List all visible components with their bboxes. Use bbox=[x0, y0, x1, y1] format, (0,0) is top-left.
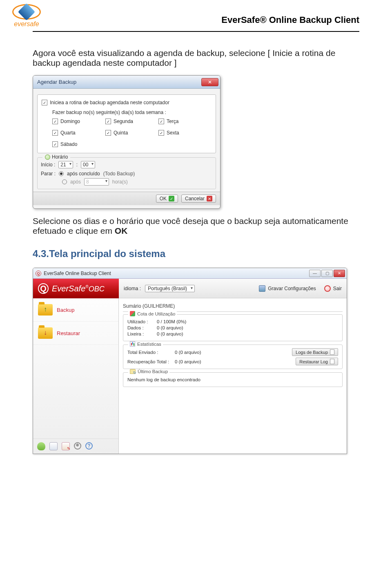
last-backup-group: Último Backup Nenhum log de backup encon… bbox=[123, 372, 343, 387]
document-title: EverSafe® Online Backup Client bbox=[221, 15, 359, 25]
day-terca[interactable]: Terça bbox=[158, 119, 212, 124]
logo-text: eversafe bbox=[14, 20, 39, 28]
checkbox-icon[interactable] bbox=[158, 130, 164, 136]
app-icon: Q bbox=[36, 271, 41, 276]
sidebar-item-restore[interactable]: Restaurar bbox=[33, 322, 118, 345]
day-quarta[interactable]: Quarta bbox=[52, 130, 105, 136]
hour-select[interactable]: 21 bbox=[58, 161, 73, 168]
save-config-button[interactable]: Gravar Configurações bbox=[259, 285, 316, 292]
day-sexta[interactable]: Sexta bbox=[158, 130, 212, 136]
schedule-backup-dialog: Agendar Backup ✕ Iniciea a rotina de bac… bbox=[33, 75, 220, 209]
weekly-label: Fazer backup no(s) seguinte(s) dia(s) to… bbox=[52, 110, 212, 115]
hours-select[interactable]: 8 bbox=[84, 178, 109, 186]
checkbox-icon[interactable] bbox=[105, 130, 111, 136]
header-rule bbox=[33, 31, 359, 32]
window-close-button[interactable]: ✕ bbox=[334, 270, 345, 277]
day-sabado[interactable]: Sábado bbox=[52, 141, 105, 147]
main-app-window: Q EverSafe Online Backup Client — ▢ ✕ Q … bbox=[33, 268, 347, 454]
stats-icon bbox=[130, 341, 135, 347]
enable-schedule-row[interactable]: Iniciea a rotina de backup agendada nest… bbox=[42, 100, 212, 105]
cancel-icon: ✕ bbox=[207, 196, 212, 201]
day-domingo[interactable]: Domingo bbox=[52, 119, 105, 124]
maximize-button[interactable]: ▢ bbox=[321, 270, 333, 277]
save-icon bbox=[259, 285, 265, 292]
checkbox-icon[interactable] bbox=[158, 119, 164, 124]
user-icon[interactable] bbox=[37, 442, 45, 450]
doc-icon bbox=[330, 359, 334, 364]
enable-schedule-label: Iniciea a rotina de backup agendada nest… bbox=[50, 100, 169, 105]
minimize-button[interactable]: — bbox=[309, 270, 321, 277]
sidebar-item-backup[interactable]: Backup bbox=[33, 298, 118, 322]
exit-button[interactable]: Sair bbox=[324, 285, 342, 292]
day-quinta[interactable]: Quinta bbox=[105, 130, 158, 136]
brand-logo: eversafe bbox=[12, 4, 41, 28]
check-icon: ✓ bbox=[169, 196, 174, 201]
doc-icon bbox=[330, 349, 334, 355]
instruction-2: Selecione os dias e o horário que você d… bbox=[33, 216, 359, 236]
help-icon[interactable]: ? bbox=[85, 442, 93, 450]
checkbox-icon[interactable] bbox=[52, 141, 58, 147]
close-button[interactable]: ✕ bbox=[201, 78, 218, 86]
enable-schedule-checkbox[interactable] bbox=[42, 100, 47, 105]
sidebar-footer: ? bbox=[33, 439, 118, 454]
restore-icon bbox=[38, 327, 53, 339]
doc-icon[interactable] bbox=[49, 442, 58, 450]
brand-q-icon: Q bbox=[38, 283, 49, 294]
day-segunda[interactable]: Segunda bbox=[105, 119, 158, 124]
time-legend: Horário bbox=[42, 154, 70, 160]
stop-after-complete-radio[interactable] bbox=[59, 171, 64, 176]
checkbox-icon[interactable] bbox=[52, 119, 58, 124]
last-backup-icon bbox=[130, 369, 136, 374]
section-title: 4.3.Tela principal do sistema bbox=[33, 248, 359, 260]
language-label: idioma : bbox=[124, 286, 141, 291]
app-titlebar[interactable]: Q EverSafe Online Backup Client — ▢ ✕ bbox=[33, 268, 347, 279]
start-label: Início : bbox=[41, 162, 55, 168]
language-select[interactable]: Português (Brasil) bbox=[145, 285, 195, 292]
time-fieldset: Horário Início : 21 : 00 Parar : após co… bbox=[37, 157, 216, 189]
gear-icon[interactable] bbox=[74, 442, 81, 450]
summary-header: Sumário (GUILHERME) bbox=[123, 302, 343, 312]
backup-logs-button[interactable]: Logs de Backup bbox=[292, 348, 338, 356]
minute-select[interactable]: 00 bbox=[81, 161, 95, 168]
clock-icon bbox=[45, 154, 50, 160]
ok-button[interactable]: OK ✓ bbox=[156, 195, 178, 203]
dialog-titlebar[interactable]: Agendar Backup ✕ bbox=[33, 76, 220, 89]
sidebar: Backup Restaurar ? bbox=[33, 298, 119, 454]
restore-log-button[interactable]: Restaurar Log bbox=[296, 358, 338, 365]
edit-doc-icon[interactable] bbox=[62, 442, 70, 450]
stats-group: Estatísticas Total Enviado :0 (0 arquivo… bbox=[123, 345, 343, 369]
stop-label: Parar : bbox=[41, 171, 56, 177]
backup-icon bbox=[38, 304, 53, 315]
cancel-button[interactable]: Cancelar ✕ bbox=[181, 195, 216, 203]
dialog-title: Agendar Backup bbox=[37, 79, 76, 85]
checkbox-icon[interactable] bbox=[105, 119, 111, 124]
app-window-title: EverSafe Online Backup Client bbox=[44, 271, 111, 276]
quota-group: Cota de Utilização Utilizado :0 / 100M (… bbox=[123, 314, 343, 341]
quota-icon bbox=[130, 311, 135, 316]
exit-icon bbox=[324, 285, 331, 292]
stop-after-hours-radio[interactable] bbox=[62, 179, 67, 184]
checkbox-icon[interactable] bbox=[52, 130, 58, 136]
content-area: Sumário (GUILHERME) Cota de Utilização U… bbox=[119, 298, 347, 454]
instruction-1: Agora você esta visualizando a agenda de… bbox=[33, 48, 359, 68]
brand-banner: Q EverSafe®OBC bbox=[33, 279, 119, 298]
